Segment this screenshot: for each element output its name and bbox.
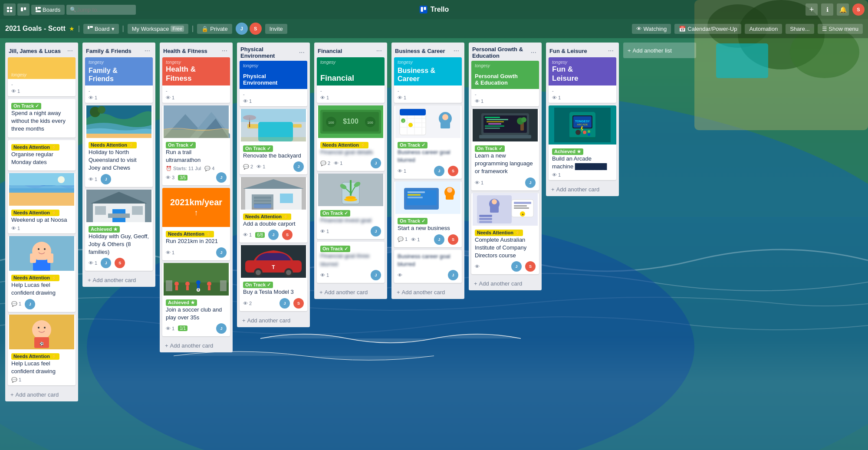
- trello-home-btn[interactable]: [17, 3, 30, 16]
- education-cover-img: ✓: [394, 105, 462, 138]
- privacy-btn[interactable]: 🔒 Private: [197, 24, 232, 34]
- add-card-btn-pg[interactable]: + Add another card: [470, 278, 540, 289]
- card-pe-tesla[interactable]: T On Track ✓ Buy a Tesla Model 3 👁 2 J S: [240, 245, 307, 311]
- card-pg-header[interactable]: tongesy Personal Gowth& Education - 👁 1: [471, 61, 539, 106]
- card-bc-header[interactable]: tongesy Business &Career - 👁 1: [394, 57, 462, 103]
- watching-btn[interactable]: 👁 Watching: [632, 24, 671, 34]
- board-star-btn[interactable]: ★: [69, 25, 75, 32]
- add-list-label: Add another list: [633, 47, 672, 54]
- app-name: Trello: [431, 6, 449, 13]
- na-badge-qld: Needs Attention ⚡: [89, 142, 137, 148]
- plus-btn[interactable]: +: [806, 3, 818, 16]
- add-card-btn-fin[interactable]: + Add another card: [316, 286, 385, 298]
- courses-cover-img: ★: [471, 193, 539, 226]
- card-fin-3[interactable]: On Track ✓ Financial goal three blurred …: [317, 242, 385, 282]
- card-pg-coding[interactable]: On Track ✓ Learn a new programming langu…: [471, 109, 539, 191]
- card-hf-2021km[interactable]: 2021km/year ↑ Needs Attention ⚡ Run 2021…: [162, 188, 230, 260]
- card-jjl-monday[interactable]: Needs Attention ⚡ Organise regular Monda…: [8, 140, 76, 171]
- board-header-right: 👁 Watching 📅 Calendar/Power-Up Automatio…: [632, 24, 863, 34]
- svg-text:$100: $100: [343, 118, 358, 125]
- boards-btn[interactable]: Boards: [31, 5, 65, 15]
- card-jjl-kid1[interactable]: Needs Attention ⚡ Help Lucas feel confid…: [8, 236, 76, 312]
- card-jjl-header[interactable]: tongesy - 👁 1: [8, 57, 76, 96]
- card-bc-3[interactable]: Business career goal blurred 👁 J: [394, 250, 462, 283]
- card-title-jjl2: Organise regular Monday dates: [11, 151, 72, 166]
- member-avatar-1[interactable]: J: [236, 23, 248, 35]
- search-input[interactable]: [66, 5, 136, 15]
- home-icon-btn[interactable]: [3, 3, 16, 16]
- avatar-house-1: J: [101, 258, 111, 268]
- card-ff-house[interactable]: Achieved ★ Holiday with Guy, Geoff, Joby…: [85, 190, 153, 271]
- card-ff-qld[interactable]: Needs Attention ⚡ Holiday to North Queen…: [85, 105, 153, 187]
- add-card-btn-pe[interactable]: + Add another card: [239, 315, 308, 326]
- card-hf-soccer[interactable]: Achieved ★ Join a soccer club and play o…: [162, 263, 230, 336]
- add-card-btn-ff[interactable]: + Add another card: [84, 274, 154, 286]
- add-card-btn-jjl[interactable]: + Add another card: [7, 389, 76, 401]
- list-menu-btn-pg[interactable]: ···: [529, 48, 538, 57]
- share-label: Share...: [790, 26, 810, 32]
- card-bc-education[interactable]: ✓ On Track ✓ Business career goal blurre…: [394, 105, 462, 179]
- on-track-badge-backyard: On Track ✓: [243, 145, 273, 152]
- show-menu-btn[interactable]: ☰ Show menu: [818, 24, 863, 34]
- card-fin-money[interactable]: $100 100 100 Needs Attention ⚡ Financial…: [317, 105, 385, 171]
- plus-icon-bc: +: [397, 289, 400, 296]
- user-avatar[interactable]: S: [852, 3, 865, 16]
- svg-rect-111: [350, 180, 352, 196]
- na-badge-aicd: Needs Attention ⚡: [475, 230, 523, 236]
- avatar-aicd-2: S: [525, 261, 536, 272]
- notifications-btn[interactable]: 🔔: [837, 3, 849, 16]
- card-jjl-noosa[interactable]: Needs Attention ⚡ Weekend up at Noosa 👁 …: [8, 173, 76, 233]
- card-fin-header[interactable]: tongesy Financial - 👁 1: [317, 57, 385, 103]
- avatar-plant: J: [371, 226, 381, 236]
- card-pg-aicd[interactable]: ★ Needs Attention ⚡ Complete Australian …: [471, 193, 539, 275]
- add-list-btn[interactable]: + Add another list: [623, 43, 696, 58]
- list-menu-btn-fl[interactable]: ···: [606, 46, 615, 56]
- svg-point-67: [196, 280, 201, 285]
- list-menu-btn-fin[interactable]: ···: [375, 46, 384, 56]
- calendar-btn[interactable]: 📅 Calendar/Power-Up: [674, 24, 741, 34]
- card-ff-header[interactable]: tongesy Family &Friends - 👁 1: [85, 57, 153, 103]
- svg-text:100: 100: [367, 121, 373, 125]
- add-card-btn-fl[interactable]: + Add another card: [548, 184, 617, 195]
- svg-point-169: [575, 130, 581, 135]
- card-fl-header[interactable]: tongesy Fun &Leisure - 👁 1: [549, 57, 616, 103]
- svg-rect-160: [514, 207, 529, 209]
- svg-point-33: [44, 248, 46, 250]
- svg-point-108: [345, 196, 356, 199]
- card-hf-header[interactable]: tongesy Health &Fitness - 👁 1: [162, 57, 230, 103]
- card-pe-header[interactable]: tongesy PhysicalEnvironment - 👁 1: [240, 61, 307, 106]
- info-btn[interactable]: ℹ: [821, 3, 833, 16]
- card-jjl-nights[interactable]: On Track ✓ Spend a night away without th…: [8, 99, 76, 138]
- card-hf-ultra[interactable]: On Track ✓ Run a trail ultramarathon ⏰ S…: [162, 105, 230, 185]
- list-menu-btn-bc[interactable]: ···: [452, 46, 461, 56]
- svg-rect-64: [175, 286, 178, 290]
- member-avatar-2[interactable]: S: [250, 23, 262, 35]
- add-card-btn-hf[interactable]: + Add another card: [161, 340, 231, 351]
- list-menu-btn-jjl[interactable]: ···: [66, 46, 75, 56]
- list-header-fin: Financial ···: [314, 43, 387, 57]
- card-bc-newbiz[interactable]: On Track ✓ Start a new business 💬 1 👁 1 …: [394, 181, 462, 247]
- svg-point-172: [588, 133, 590, 136]
- list-menu-btn-ff[interactable]: ···: [143, 46, 152, 56]
- avatar-coding: J: [525, 177, 536, 188]
- card-fin-plant[interactable]: On Track ✓ Financial invest goal 👁 1 J: [317, 174, 385, 239]
- svg-point-123: [408, 123, 413, 127]
- workspace-btn[interactable]: My Workspace Free: [128, 24, 188, 34]
- board-type-btn[interactable]: Board ▾: [83, 24, 119, 34]
- automation-btn[interactable]: Automation: [745, 24, 782, 34]
- add-card-btn-bc[interactable]: + Add another card: [393, 286, 463, 298]
- card-jjl-kid2[interactable]: ⚽ Needs Attention ⚡ Help Lucas feel conf…: [8, 315, 76, 385]
- list-menu-btn-pe[interactable]: ···: [297, 48, 306, 57]
- card-pe-carport[interactable]: Needs Attention ⚡ Add a double carport 👁…: [240, 177, 307, 243]
- card-pe-backyard[interactable]: On Track ✓ Renovate the backyard 💬 2 👁 1…: [240, 109, 307, 174]
- card-fl-arcade[interactable]: TONGESY ARCADE Achieved ★ Build an: [549, 105, 616, 180]
- list-menu-btn-hf[interactable]: ···: [220, 46, 229, 56]
- svg-rect-51: [95, 206, 106, 215]
- svg-point-171: [588, 130, 590, 133]
- beach-cover-img: [8, 173, 76, 206]
- svg-rect-75: [293, 124, 302, 128]
- invite-btn[interactable]: Invite: [265, 24, 287, 34]
- workspace-label: My Workspace: [132, 26, 169, 32]
- share-btn[interactable]: Share...: [786, 24, 814, 34]
- svg-text:100: 100: [328, 121, 334, 125]
